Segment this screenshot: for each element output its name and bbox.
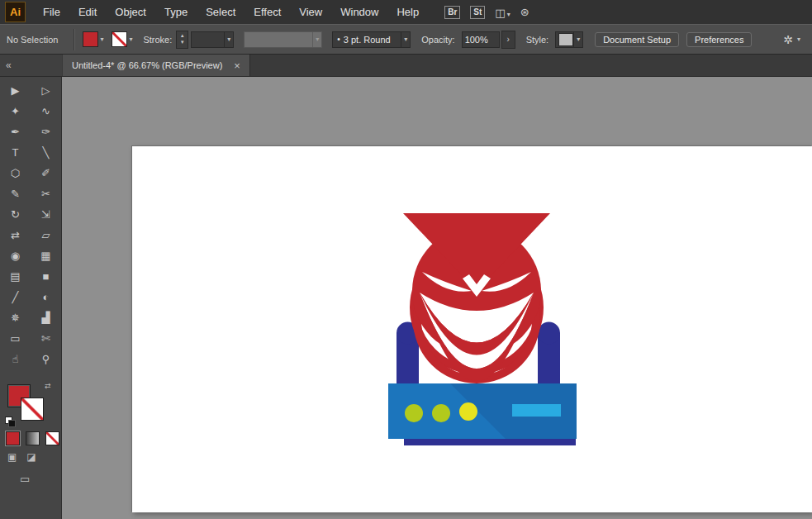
paint-mode-row — [6, 431, 59, 445]
stroke-weight-stepper[interactable]: ▲ ▼ — [176, 31, 188, 49]
menu-edit[interactable]: Edit — [69, 0, 106, 24]
selection-tool[interactable]: ▶ — [0, 80, 31, 101]
gradient-mode-button[interactable] — [26, 431, 40, 445]
control-bar: No Selection ▾ ▾ Stroke: ▲ ▼ ▾ ▾ • 3 pt.… — [0, 24, 812, 55]
drawing-mode-row: ▣ ◪ — [7, 451, 36, 463]
menu-help[interactable]: Help — [387, 0, 428, 24]
symbol-sprayer-tool[interactable]: ✵ — [0, 307, 31, 328]
direct-selection-tool[interactable]: ▷ — [31, 80, 61, 101]
draw-behind-icon[interactable]: ◪ — [26, 451, 36, 463]
column-graph-tool[interactable]: ▟ — [31, 307, 61, 328]
paintbrush-tool[interactable]: ✐ — [31, 163, 61, 183]
document-tab-bar: « Untitled-4* @ 66.67% (RGB/Preview) × — [0, 55, 812, 77]
screen-mode-button[interactable]: ▭ — [20, 473, 30, 485]
pen-tool[interactable]: ✒ — [0, 121, 31, 142]
document-setup-button[interactable]: Document Setup — [595, 32, 679, 47]
eyedropper-tool[interactable]: ╱ — [0, 287, 31, 307]
toolbar-color-section: ⇄ ▣ ◪ ▭ — [0, 380, 61, 519]
stroke-color-swatch[interactable] — [112, 31, 127, 47]
shape-builder-tool[interactable]: ◉ — [0, 245, 31, 266]
fill-color-swatch[interactable] — [83, 31, 98, 47]
width-tool[interactable]: ⇄ — [0, 225, 31, 245]
screen-mode-icon[interactable]: ▭ — [20, 473, 30, 485]
workspace-options-icon[interactable]: ✲ — [783, 33, 793, 46]
artboard[interactable] — [132, 146, 812, 512]
blend-tool[interactable]: ◐ — [31, 287, 61, 307]
none-mode-button[interactable] — [45, 431, 59, 445]
fill-caret-icon[interactable]: ▾ — [100, 36, 103, 43]
menu-effect[interactable]: Effect — [245, 0, 290, 24]
document-tab[interactable]: Untitled-4* @ 66.67% (RGB/Preview) × — [63, 55, 250, 76]
type-tool[interactable]: T — [0, 142, 31, 163]
chevron-down-icon[interactable]: ▾ — [797, 36, 800, 43]
menubar-right-icons: Br St ◫▾ ⊛ — [444, 5, 529, 20]
menu-bar: Ai FileEditObjectTypeSelectEffectViewWin… — [0, 0, 812, 24]
stroke-label: Stroke: — [143, 35, 172, 45]
preferences-button[interactable]: Preferences — [686, 32, 752, 47]
mesh-tool[interactable]: ▤ — [0, 266, 31, 287]
document-tab-title: Untitled-4* @ 66.67% (RGB/Preview) — [72, 60, 222, 70]
arrange-documents-control[interactable]: ◫▾ — [495, 5, 510, 20]
brush-definition-combo[interactable]: • 3 pt. Round ▾ — [332, 31, 411, 48]
artboard-tool[interactable]: ▭ — [0, 328, 31, 349]
draw-normal-icon[interactable]: ▣ — [7, 451, 17, 463]
stock-icon[interactable]: St — [470, 6, 485, 19]
stroke-color-indicator[interactable] — [21, 398, 44, 421]
stepper-up-icon[interactable]: ▲ — [180, 33, 185, 40]
zoom-tool[interactable]: ⚲ — [31, 349, 61, 369]
tools-panel: ▶▷✦∿✒✑T╲⬡✐✎✂↻⇲⇄▱◉▦▤■╱◐✵▟▭✄☝⚲ ⇄ ▣ ◪ ▭ — [0, 76, 62, 519]
scale-tool[interactable]: ⇲ — [31, 204, 61, 225]
opacity-panel-arrow[interactable]: › — [501, 31, 515, 49]
chevron-down-icon[interactable]: ▾ — [224, 32, 230, 47]
selection-status: No Selection — [7, 35, 58, 45]
style-combo[interactable]: ▾ — [555, 31, 583, 48]
chevron-down-icon[interactable]: ▾ — [573, 32, 580, 47]
stroke-caret-icon[interactable]: ▾ — [129, 36, 132, 43]
menu-select[interactable]: Select — [197, 0, 245, 24]
arrange-documents-icon[interactable]: ◫ — [495, 7, 505, 19]
color-mode-button[interactable] — [6, 431, 20, 445]
chevron-down-icon[interactable]: ▾ — [507, 11, 510, 18]
opacity-label[interactable]: Opacity: — [421, 35, 454, 45]
menu-type[interactable]: Type — [155, 0, 197, 24]
shaper-tool[interactable]: ✎ — [0, 183, 31, 204]
free-transform-tool[interactable]: ▱ — [31, 225, 61, 245]
opacity-value: 100% — [465, 35, 488, 45]
tools-grid: ▶▷✦∿✒✑T╲⬡✐✎✂↻⇲⇄▱◉▦▤■╱◐✵▟▭✄☝⚲ — [0, 76, 61, 369]
separator — [74, 29, 75, 50]
style-swatch — [558, 33, 573, 46]
stroke-weight-combo[interactable]: ▾ — [191, 31, 234, 48]
brush-thumbnail-icon: • — [337, 35, 340, 44]
close-icon[interactable]: × — [234, 60, 240, 72]
menu-window[interactable]: Window — [331, 0, 387, 24]
stepper-down-icon[interactable]: ▼ — [180, 40, 185, 46]
menu-view[interactable]: View — [290, 0, 331, 24]
menu-file[interactable]: File — [34, 0, 69, 24]
opacity-input[interactable]: 100% — [462, 31, 500, 48]
hand-tool[interactable]: ☝ — [0, 349, 31, 369]
swap-fill-stroke-icon[interactable]: ⇄ — [45, 382, 51, 390]
menu-items: FileEditObjectTypeSelectEffectViewWindow… — [34, 0, 428, 24]
line-segment-tool[interactable]: ╲ — [31, 142, 61, 163]
rotate-tool[interactable]: ↻ — [0, 204, 31, 225]
shape-tool[interactable]: ⬡ — [0, 163, 31, 183]
style-label: Style: — [526, 35, 549, 45]
app-logo[interactable]: Ai — [5, 2, 26, 22]
collapse-icon[interactable]: « — [6, 60, 12, 71]
slice-tool[interactable]: ✄ — [31, 328, 61, 349]
chevron-down-icon[interactable]: ▾ — [401, 32, 407, 47]
bridge-icon[interactable]: Br — [444, 6, 460, 19]
gradient-tool[interactable]: ■ — [31, 266, 61, 287]
controlbar-right-control[interactable]: ✲ ▾ — [783, 33, 800, 46]
magic-wand-tool[interactable]: ✦ — [0, 101, 31, 121]
canvas-area[interactable] — [62, 76, 812, 519]
default-colors-icon[interactable] — [5, 417, 15, 426]
menu-object[interactable]: Object — [106, 0, 155, 24]
scissors-tool[interactable]: ✂ — [31, 183, 61, 204]
lasso-tool[interactable]: ∿ — [31, 101, 61, 121]
curvature-tool[interactable]: ✑ — [31, 121, 61, 142]
brush-definition-value: 3 pt. Round — [344, 35, 391, 45]
toolbar-collapse-control[interactable]: « — [0, 55, 62, 76]
touch-workspace-icon[interactable]: ⊛ — [520, 6, 529, 18]
perspective-grid-tool[interactable]: ▦ — [31, 245, 61, 266]
